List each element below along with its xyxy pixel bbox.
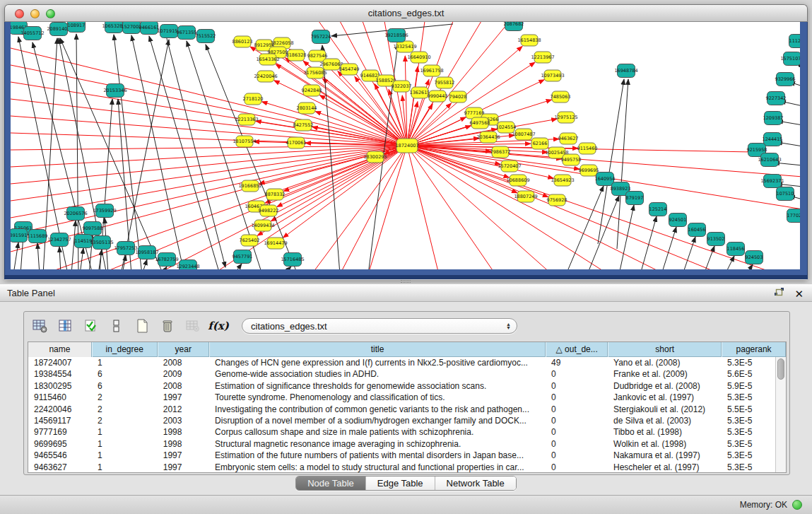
table-cell-title[interactable]: Genome-wide association studies in ADHD.: [209, 368, 546, 380]
new-column-icon[interactable]: [131, 316, 153, 336]
table-cell-name[interactable]: 9699695: [28, 438, 92, 450]
table-cell-out_de[interactable]: 0: [546, 380, 608, 392]
table-cell-short[interactable]: de Silva et al. (2003): [608, 415, 722, 426]
table-cell-short[interactable]: Hescheler et al. (1997): [608, 462, 722, 472]
tab-node-table[interactable]: Node Table: [296, 477, 365, 490]
table-cell-name[interactable]: 18724007: [28, 357, 92, 368]
delete-column-icon[interactable]: [157, 316, 178, 336]
table-cell-in_degree[interactable]: 2: [92, 404, 158, 415]
table-cell-in_degree[interactable]: 6: [92, 380, 158, 392]
column-header-year[interactable]: year: [158, 342, 209, 357]
table-cell-year[interactable]: 2008: [158, 357, 209, 368]
table-cell-in_degree[interactable]: 1: [92, 462, 158, 472]
table-cell-short[interactable]: Tibbo et al. (1998): [608, 426, 722, 438]
table-cell-out_de[interactable]: 0: [546, 462, 608, 472]
table-cell-year[interactable]: 2009: [158, 368, 209, 380]
table-cell-title[interactable]: Changes of HCN gene expression and I(f) …: [209, 357, 546, 368]
select-all-icon[interactable]: [81, 316, 102, 336]
close-panel-icon[interactable]: ✕: [794, 288, 804, 300]
tab-network-table[interactable]: Network Table: [435, 477, 516, 490]
table-row[interactable]: 1456911722003Disruption of a novel membe…: [28, 415, 786, 426]
show-columns-icon[interactable]: [55, 316, 76, 336]
table-row[interactable]: 977716911998Corpus callosum shape and si…: [28, 426, 786, 438]
table-cell-short[interactable]: Nakamura et al. (1997): [608, 450, 722, 461]
table-cell-name[interactable]: 18300295: [28, 380, 92, 392]
table-cell-title[interactable]: Tourette syndrome. Phenomenology and cla…: [209, 392, 546, 403]
table-cell-name[interactable]: 9777169: [28, 426, 92, 438]
table-cell-in_degree[interactable]: 2: [92, 415, 158, 426]
tab-edge-table[interactable]: Edge Table: [365, 477, 435, 490]
table-cell-in_degree[interactable]: 1: [92, 438, 158, 450]
function-builder-icon[interactable]: f(x): [208, 316, 229, 336]
network-canvas[interactable]: 1872400788601238912954182260589827509165…: [11, 22, 800, 269]
table-cell-short[interactable]: Dudbridge et al. (2008): [608, 380, 722, 392]
table-selector-dropdown[interactable]: citations_edges.txt ▲▼: [242, 318, 517, 334]
table-cell-in_degree[interactable]: 1: [92, 426, 158, 438]
table-cell-out_de[interactable]: 0: [546, 426, 608, 438]
table-row[interactable]: 1872400712008Changes of HCN gene express…: [28, 357, 786, 368]
table-cell-short[interactable]: Stergiakouli et al. (2012): [608, 404, 722, 415]
table-cell-out_de[interactable]: 0: [546, 392, 608, 403]
table-cell-out_de[interactable]: 0: [546, 415, 608, 426]
table-row[interactable]: 1830029562008Estimation of significance …: [28, 380, 786, 392]
table-scrollbar[interactable]: [775, 357, 786, 472]
table-cell-year[interactable]: 1997: [158, 450, 209, 461]
column-header-title[interactable]: title: [209, 342, 546, 357]
table-cell-title[interactable]: Estimation of the future numbers of pati…: [209, 450, 546, 461]
table-cell-short[interactable]: Yano et al. (2008): [608, 357, 722, 368]
table-cell-short[interactable]: Franke et al. (2009): [608, 368, 722, 380]
table-cell-name[interactable]: 22420046: [28, 404, 92, 415]
table-cell-title[interactable]: Embryonic stem cells: a model to study s…: [209, 462, 546, 472]
row-height-icon[interactable]: [106, 316, 127, 336]
table-cell-in_degree[interactable]: 2: [92, 392, 158, 403]
table-row[interactable]: 911546021997Tourette syndrome. Phenomeno…: [28, 392, 786, 403]
table-cell-in_degree[interactable]: 6: [92, 368, 158, 380]
column-header-in_degree[interactable]: in_degree: [92, 342, 158, 357]
table-row[interactable]: 946362711997Embryonic stem cells: a mode…: [28, 462, 786, 472]
table-cell-out_de[interactable]: 0: [546, 368, 608, 380]
graph-node-label: 160456: [688, 227, 706, 233]
table-cell-year[interactable]: 1998: [158, 438, 209, 450]
graph-node-label: 18300295: [363, 154, 387, 160]
network-graph[interactable]: 1872400788601238912954182260589827509165…: [11, 22, 800, 269]
table-cell-out_de[interactable]: 0: [546, 438, 608, 450]
column-header-name[interactable]: name: [28, 342, 92, 357]
table-cell-year[interactable]: 2003: [158, 415, 209, 426]
table-cell-name[interactable]: 9115460: [28, 392, 92, 403]
table-cell-title[interactable]: Structural magnetic resonance image aver…: [209, 438, 546, 450]
table-cell-name[interactable]: 14569117: [28, 415, 92, 426]
table-cell-year[interactable]: 2012: [158, 404, 209, 415]
table-cell-name[interactable]: 9465546: [28, 450, 92, 461]
table-cell-in_degree[interactable]: 1: [92, 357, 158, 368]
table-cell-in_degree[interactable]: 1: [92, 450, 158, 461]
table-cell-year[interactable]: 1998: [158, 426, 209, 438]
table-cell-title[interactable]: Disruption of a novel member of a sodium…: [209, 415, 546, 426]
table-cell-out_de[interactable]: 0: [546, 404, 608, 415]
table-scrollbar-thumb[interactable]: [777, 358, 784, 380]
table-cell-short[interactable]: Wolkin et al. (1998): [608, 438, 722, 450]
table-cell-title[interactable]: Investigating the contribution of common…: [209, 404, 546, 415]
table-cell-title[interactable]: Estimation of significance thresholds fo…: [209, 380, 546, 392]
table-cell-name[interactable]: 19384554: [28, 368, 92, 380]
column-header-out_de[interactable]: △ out_de...: [546, 342, 608, 357]
float-panel-icon[interactable]: [774, 287, 784, 300]
column-header-short[interactable]: short: [608, 342, 722, 357]
table-cell-year[interactable]: 2008: [158, 380, 209, 392]
network-window-titlebar[interactable]: citations_edges.txt: [4, 4, 808, 22]
table-row[interactable]: 2242004622012Investigating the contribut…: [28, 404, 786, 415]
table-cell-out_de[interactable]: 49: [546, 357, 608, 368]
graph-node-label: 9097588: [83, 226, 103, 231]
table-row[interactable]: 946554611997Estimation of the future num…: [28, 450, 786, 461]
graph-node-label: 118456: [727, 246, 745, 252]
table-row[interactable]: 969969511998Structural magnetic resonanc…: [28, 438, 786, 450]
table-cell-year[interactable]: 1997: [158, 462, 209, 472]
table-cell-year[interactable]: 1997: [158, 392, 209, 403]
table-cell-short[interactable]: Jankovic et al. (1997): [608, 392, 722, 403]
table-cell-title[interactable]: Corpus callosum shape and size in male p…: [209, 426, 546, 438]
table-cell-out_de[interactable]: 0: [546, 450, 608, 461]
table-cell-name[interactable]: 9463627: [28, 462, 92, 472]
table-row[interactable]: 1938455462009Genome-wide association stu…: [28, 368, 786, 380]
graph-node-label: 62166: [533, 141, 548, 146]
table-mode-icon[interactable]: [30, 316, 51, 336]
column-header-pagerank[interactable]: pagerank: [722, 342, 786, 357]
